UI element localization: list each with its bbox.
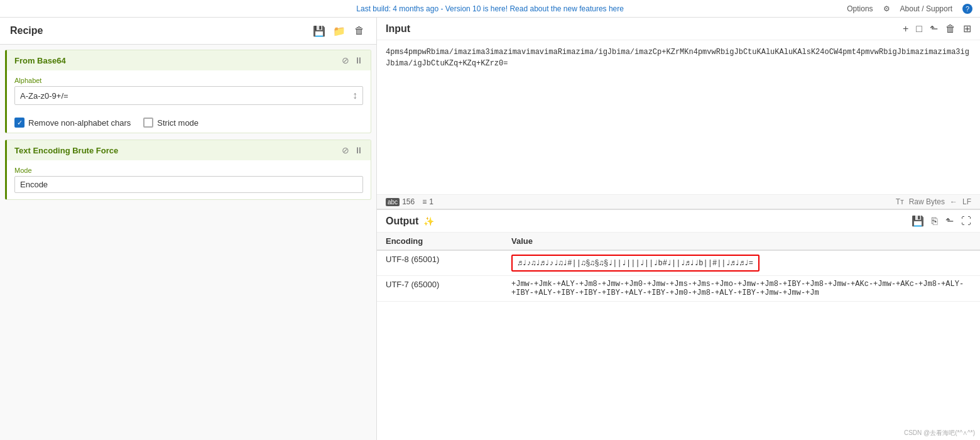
layout-input-icon[interactable]: ⊞ xyxy=(963,23,971,35)
input-section: Input + □ ⬑ 🗑 ⊞ 4pms4pmpwRbima/imazima3i… xyxy=(377,18,980,210)
magic-wand-icon[interactable]: ✨ xyxy=(423,216,434,226)
from-base64-header: From Base64 ⊘ ⏸ xyxy=(7,50,371,70)
alphabet-label: Alphabet xyxy=(14,77,363,84)
text-encoding-body: Mode Encode xyxy=(7,160,371,199)
recipe-content: From Base64 ⊘ ⏸ Alphabet A-Za-z0-9+/= ↕ xyxy=(0,45,376,440)
line-count-value: 1 xyxy=(429,197,433,206)
stats-right: Tт Raw Bytes ← LF xyxy=(896,197,971,206)
top-bar: Last build: 4 months ago - Version 10 is… xyxy=(0,0,980,18)
pause-op2-icon[interactable]: ⏸ xyxy=(354,145,363,155)
stats-bar: abc 156 ≡ 1 Tт Raw Bytes ← LF xyxy=(377,194,980,209)
disable-op2-icon[interactable]: ⊘ xyxy=(342,145,349,155)
value-cell: ♬♩♪♫♩♬♩♪♩♫♩#||♫§♫§♫§♩||♩|||♩||♩b#♩||♩♬♩♩… xyxy=(503,250,980,276)
output-header: Output ✨ 💾 ⎘ ⬑ ⛶ xyxy=(377,210,980,233)
checkbox-unchecked-icon xyxy=(143,118,153,128)
alphabet-value: A-Za-z0-9+/= xyxy=(20,91,68,101)
table-row: UTF-7 (65000)+Jmw-+Jmk-+ALY-+Jm8-+Jmw-+J… xyxy=(377,276,980,302)
mode-field[interactable]: Encode xyxy=(14,176,363,193)
save-output-icon[interactable]: 💾 xyxy=(912,215,924,227)
char-count: abc 156 xyxy=(386,197,415,206)
recipe-header: Recipe 💾 📁 🗑 xyxy=(0,18,376,45)
line-count: ≡ 1 xyxy=(422,197,433,206)
top-bar-right: Options ⚙ About / Support ? xyxy=(847,4,972,14)
output-title-group: Output ✨ xyxy=(386,216,434,227)
fullscreen-output-icon[interactable]: ⛶ xyxy=(961,216,971,227)
strict-mode-checkbox[interactable]: Strict mode xyxy=(143,118,199,128)
from-base64-title: From Base64 xyxy=(14,56,66,65)
export-output-icon[interactable]: ⬑ xyxy=(945,215,954,227)
help-icon[interactable]: ? xyxy=(962,4,972,14)
text-encoding-title: Text Encoding Brute Force xyxy=(14,146,118,155)
text-encoding-card: Text Encoding Brute Force ⊘ ⏸ Mode Encod… xyxy=(5,140,371,200)
import-input-icon[interactable]: ⬑ xyxy=(930,23,938,35)
new-input-icon[interactable]: □ xyxy=(916,23,922,35)
alphabet-field[interactable]: A-Za-z0-9+/= ↕ xyxy=(14,86,363,105)
options-button[interactable]: Options xyxy=(847,4,873,13)
stats-left: abc 156 ≡ 1 xyxy=(386,197,433,206)
from-base64-controls: ⊘ ⏸ xyxy=(342,55,363,65)
cursor-icon: ↕ xyxy=(352,90,357,101)
recipe-title: Recipe xyxy=(10,25,43,36)
value-col-header: Value xyxy=(503,233,980,250)
format-icon: Tт xyxy=(896,197,904,206)
lines-icon: ≡ xyxy=(422,197,427,206)
arrow-icon: ← xyxy=(950,197,957,206)
char-count-value: 156 xyxy=(402,197,415,206)
encoding-cell: UTF-7 (65000) xyxy=(377,276,503,302)
input-textarea[interactable]: 4pms4pmpwRbima/imazima3imazimavimavimaRi… xyxy=(377,40,980,194)
main-layout: Recipe 💾 📁 🗑 From Base64 ⊘ ⏸ Alphab xyxy=(0,18,980,440)
left-panel: Recipe 💾 📁 🗑 From Base64 ⊘ ⏸ Alphab xyxy=(0,18,377,440)
input-icons: + □ ⬑ 🗑 ⊞ xyxy=(903,23,971,35)
input-header: Input + □ ⬑ 🗑 ⊞ xyxy=(377,18,980,40)
mode-value: Encode xyxy=(20,180,48,189)
delete-input-icon[interactable]: 🗑 xyxy=(945,23,956,35)
about-button[interactable]: About / Support xyxy=(900,4,952,13)
from-base64-card: From Base64 ⊘ ⏸ Alphabet A-Za-z0-9+/= ↕ xyxy=(5,50,371,133)
pause-op-icon[interactable]: ⏸ xyxy=(354,55,363,65)
top-bar-message: Last build: 4 months ago - Version 10 is… xyxy=(356,4,624,13)
input-title: Input xyxy=(386,23,410,35)
output-section: Output ✨ 💾 ⎘ ⬑ ⛶ Encoding Value xyxy=(377,210,980,440)
gear-icon[interactable]: ⚙ xyxy=(883,4,890,13)
text-encoding-header: Text Encoding Brute Force ⊘ ⏸ xyxy=(7,140,371,160)
encoding-cell: UTF-8 (65001) xyxy=(377,250,503,276)
raw-bytes-label[interactable]: Raw Bytes xyxy=(909,197,945,206)
abc-icon: abc xyxy=(386,198,400,206)
open-recipe-button[interactable]: 📁 xyxy=(332,24,346,38)
add-input-icon[interactable]: + xyxy=(903,23,908,35)
right-panel: Input + □ ⬑ 🗑 ⊞ 4pms4pmpwRbima/imazima3i… xyxy=(377,18,980,440)
lf-label[interactable]: LF xyxy=(962,197,971,206)
watermark: CSDN @去看海吧(*^∧^*) xyxy=(904,429,975,437)
disable-op-icon[interactable]: ⊘ xyxy=(342,55,349,65)
strict-mode-label: Strict mode xyxy=(157,118,199,128)
remove-nonalpha-checkbox[interactable]: ✓ Remove non-alphabet chars xyxy=(14,118,131,128)
from-base64-body: Alphabet A-Za-z0-9+/= ↕ xyxy=(7,70,371,111)
output-icons: 💾 ⎘ ⬑ ⛶ xyxy=(912,215,971,227)
output-table: Encoding Value UTF-8 (65001)♬♩♪♫♩♬♩♪♩♫♩#… xyxy=(377,233,980,440)
remove-nonalpha-label: Remove non-alphabet chars xyxy=(28,118,131,128)
from-base64-checkboxes: ✓ Remove non-alphabet chars Strict mode xyxy=(7,111,371,133)
table-row: UTF-8 (65001)♬♩♪♫♩♬♩♪♩♫♩#||♫§♫§♫§♩||♩|||… xyxy=(377,250,980,276)
copy-output-icon[interactable]: ⎘ xyxy=(932,216,938,227)
mode-label: Mode xyxy=(14,167,363,174)
recipe-icons: 💾 📁 🗑 xyxy=(312,24,366,38)
output-title: Output xyxy=(386,216,418,227)
text-encoding-controls: ⊘ ⏸ xyxy=(342,145,363,155)
checkbox-checked-icon: ✓ xyxy=(14,118,24,128)
highlighted-value: ♬♩♪♫♩♬♩♪♩♫♩#||♫§♫§♫§♩||♩|||♩||♩b#♩||♩♬♩♩… xyxy=(511,255,760,272)
encoding-col-header: Encoding xyxy=(377,233,503,250)
delete-recipe-button[interactable]: 🗑 xyxy=(352,24,366,38)
save-recipe-button[interactable]: 💾 xyxy=(312,24,326,38)
value-cell: +Jmw-+Jmk-+ALY-+Jm8-+Jmw-+Jm0-+Jmw-+Jms-… xyxy=(503,276,980,302)
